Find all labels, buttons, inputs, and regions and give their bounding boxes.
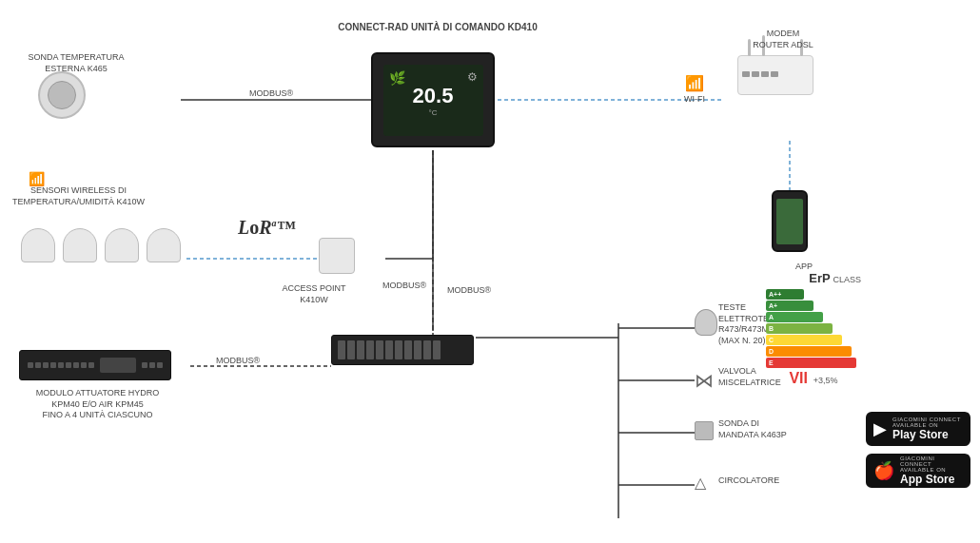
modbus4-label: MODBUS® bbox=[205, 356, 271, 367]
phone-device bbox=[772, 190, 808, 252]
phone-screen bbox=[776, 199, 803, 244]
circolatore-label: CIRCOLATORE bbox=[718, 475, 813, 487]
valvola-icon: ⋈ bbox=[695, 369, 714, 392]
distributor-bar-device bbox=[331, 335, 474, 365]
router-icon bbox=[737, 55, 813, 95]
modem-router-label: MODEMROUTER ADSL bbox=[740, 29, 826, 50]
modbus3-label: MODBUS® bbox=[436, 285, 502, 297]
erp-level-area: VII +3,5% bbox=[766, 370, 861, 387]
sonda-mandata-label: SONDA DIMANDATA K463P bbox=[718, 418, 833, 440]
erp-bar-C: C bbox=[766, 335, 842, 345]
erp-bar-B: B bbox=[766, 323, 833, 334]
wireless-icon: 📶 bbox=[29, 171, 45, 186]
sensor-box-4 bbox=[147, 228, 181, 262]
sensor-box-2 bbox=[63, 228, 97, 262]
lora-logo: LoRa™ bbox=[238, 217, 296, 239]
sonda-mandata-device bbox=[695, 421, 714, 440]
temperature-display: 20.5 bbox=[413, 84, 454, 108]
erp-header: ErP CLASS bbox=[766, 271, 861, 285]
erp-class-text: CLASS bbox=[833, 275, 861, 284]
play-store-avail: GIACOMINI CONNECT AVAILABLE ON bbox=[892, 417, 963, 428]
teste-device bbox=[695, 309, 717, 336]
kd410-device: 🌿 ⚙ 20.5 °C bbox=[371, 52, 495, 147]
circolatore-icon: △ bbox=[695, 474, 706, 492]
modbus1-label: MODBUS® bbox=[238, 88, 304, 100]
play-store-name: Play Store bbox=[892, 428, 963, 441]
erp-level: VII bbox=[789, 370, 808, 386]
sonda-mandata-icon bbox=[695, 421, 714, 440]
play-store-icon: ▶ bbox=[873, 418, 887, 439]
app-store-icon: 🍎 bbox=[873, 460, 894, 481]
erp-title: ErP bbox=[809, 271, 830, 285]
thermo-head-icon bbox=[695, 309, 717, 336]
hydro-module-label: MODULO ATTUATORE HYDROKPM40 E/O AIR KPM4… bbox=[10, 388, 186, 421]
wireless-sensor-boxes bbox=[21, 228, 181, 262]
sensor-box-1 bbox=[21, 228, 55, 262]
hydro-module-icon bbox=[19, 350, 171, 380]
access-point-device bbox=[319, 238, 355, 274]
sensor-box-3 bbox=[105, 228, 139, 262]
app-store-badge[interactable]: 🍎 GIACOMINI CONNECT AVAILABLE ON App Sto… bbox=[866, 454, 970, 488]
gear-icon: ⚙ bbox=[467, 70, 478, 84]
erp-bar-E: E bbox=[766, 358, 856, 368]
erp-bar-D: D bbox=[766, 346, 852, 357]
sensori-wireless-label: SENSORI WIRELESS DITEMPERATURA/UMIDITÀ K… bbox=[10, 185, 147, 207]
hydro-module-device bbox=[19, 350, 171, 380]
valvola-device: ⋈ bbox=[695, 369, 714, 392]
sonda-ext-icon bbox=[38, 71, 86, 119]
temp-unit: °C bbox=[429, 108, 438, 117]
diagram-container: CONNECT-RAD UNITÀ DI COMANDO KD410 🌿 ⚙ 2… bbox=[0, 0, 980, 543]
app-store-name: App Store bbox=[900, 473, 963, 486]
erp-bar-A+: A+ bbox=[766, 301, 813, 311]
circolatore-device: △ bbox=[695, 474, 706, 492]
phone-icon bbox=[772, 190, 808, 252]
erp-percent: +3,5% bbox=[813, 376, 838, 385]
play-store-badge[interactable]: ▶ GIACOMINI CONNECT AVAILABLE ON Play St… bbox=[866, 412, 970, 446]
play-store-text: GIACOMINI CONNECT AVAILABLE ON Play Stor… bbox=[892, 417, 963, 441]
erp-bar-A: A bbox=[766, 312, 823, 322]
leaf-icon: 🌿 bbox=[389, 70, 405, 86]
sonda-ext-device bbox=[38, 71, 86, 119]
modem-router-device bbox=[737, 55, 813, 95]
kd410-screen: 🌿 ⚙ 20.5 °C bbox=[383, 65, 483, 136]
access-point-label: ACCESS POINTK410W bbox=[266, 283, 362, 305]
modbus2-label: MODBUS® bbox=[371, 281, 438, 292]
erp-badge: ErP CLASS A++A+ABCDE VII +3,5% bbox=[766, 271, 861, 387]
app-store-avail: GIACOMINI CONNECT AVAILABLE ON bbox=[900, 456, 963, 473]
sonda-ext-label: SONDA TEMPERATURAESTERNA K465 bbox=[14, 52, 138, 74]
wifi-label: 📶 WI-FI bbox=[666, 74, 723, 105]
app-store-text: GIACOMINI CONNECT AVAILABLE ON App Store bbox=[900, 456, 963, 486]
kd410-title-label: CONNECT-RAD UNITÀ DI COMANDO KD410 bbox=[333, 21, 542, 33]
access-point-icon bbox=[319, 238, 355, 274]
erp-bars: A++A+ABCDE bbox=[766, 289, 861, 368]
distributor-bar-icon bbox=[331, 335, 474, 365]
erp-bar-A++: A++ bbox=[766, 289, 804, 300]
